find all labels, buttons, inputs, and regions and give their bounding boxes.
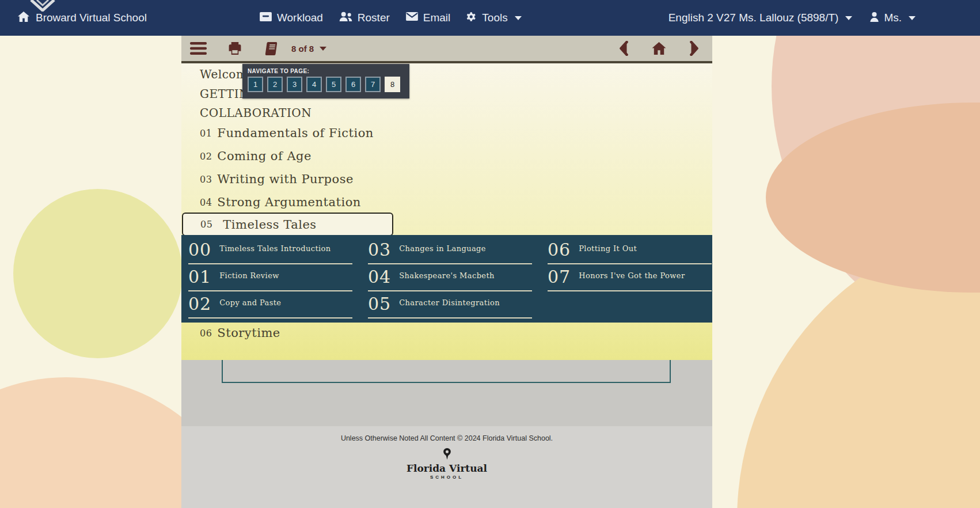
unit-05-lessons-submenu: 00 Timeless Tales Introduction 01 Fictio… [181, 235, 712, 323]
popup-label: NAVIGATE TO PAGE: [248, 68, 405, 74]
user-icon [869, 12, 879, 25]
map-pin-icon [443, 448, 451, 462]
page-button-3[interactable]: 3 [287, 77, 302, 92]
print-button[interactable] [227, 41, 242, 56]
lesson-item-07[interactable]: 07 Honors I've Got the Power [548, 264, 712, 291]
page-button-4[interactable]: 4 [306, 77, 322, 92]
navigate-to-page-popup: NAVIGATE TO PAGE: 1 2 3 4 5 6 7 8 [242, 64, 409, 98]
chevron-down-icon [515, 16, 522, 20]
course-home-button[interactable] [651, 41, 667, 55]
page-button-8-current[interactable]: 8 [385, 77, 400, 92]
top-navbar: Broward Virtual School Workload Roster E… [0, 0, 980, 36]
hamburger-icon [190, 42, 207, 55]
logo-text-line2: SCHOOL [430, 475, 464, 480]
copyright-text: Unless Otherwise Noted All Content © 202… [181, 434, 712, 442]
logo-text-line1: Florida Virtual [407, 462, 487, 474]
nav-label: Workload [277, 12, 323, 24]
book-icon [264, 41, 279, 56]
course-selector[interactable]: English 2 V27 Ms. Lallouz (5898/T) [668, 12, 853, 24]
submenu-column-1: 00 Timeless Tales Introduction 01 Fictio… [188, 237, 352, 323]
toc-section-collaboration[interactable]: COLLABORATION [200, 104, 312, 123]
lesson-item-00[interactable]: 00 Timeless Tales Introduction [188, 237, 352, 264]
page-indicator-label: 8 of 8 [291, 44, 314, 54]
page-button-7[interactable]: 7 [365, 77, 381, 92]
previous-page-button[interactable] [619, 41, 628, 56]
home-icon [651, 41, 667, 55]
page-footer: Unless Otherwise Noted All Content © 202… [181, 426, 712, 508]
toc-unit-04[interactable]: 04 Strong Argumentation [200, 191, 361, 214]
lesson-item-03[interactable]: 03 Changes in Language [368, 237, 532, 264]
toolbar-nav-group [619, 41, 699, 56]
chevron-down-icon [320, 47, 326, 51]
workload-icon [259, 12, 272, 25]
submenu-column-3: 06 Plotting It Out 07 Honors I've Got th… [548, 237, 712, 323]
diamond-decoration [30, 0, 55, 14]
navbar-right: English 2 V27 Ms. Lallouz (5898/T) Ms. [668, 12, 916, 25]
toc-unit-06[interactable]: 06 Storytime [200, 321, 280, 344]
submenu-column-2: 03 Changes in Language 04 Shakespeare's … [368, 237, 532, 323]
home-icon [17, 11, 30, 25]
lesson-item-04[interactable]: 04 Shakespeare's Macbeth [368, 264, 532, 291]
popup-page-buttons: 1 2 3 4 5 6 7 8 [248, 77, 405, 92]
bg-circle-yellow [13, 189, 183, 358]
page-button-1[interactable]: 1 [248, 77, 263, 92]
content-frame [222, 360, 671, 383]
course-selector-label: English 2 V27 Ms. Lallouz (5898/T) [668, 12, 839, 24]
nav-item-workload[interactable]: Workload [259, 12, 323, 25]
page-content-dimmed [181, 360, 712, 426]
page-button-6[interactable]: 6 [345, 77, 361, 92]
toc-unit-02[interactable]: 02 Coming of Age [200, 145, 312, 168]
user-menu-label: Ms. [884, 12, 902, 24]
chevron-down-icon [909, 16, 916, 20]
chevron-left-icon [619, 41, 628, 56]
toc-unit-01[interactable]: 01 Fundamentals of Fiction [200, 122, 374, 145]
chevron-down-icon [845, 16, 852, 20]
lesson-item-06[interactable]: 06 Plotting It Out [548, 237, 712, 264]
lesson-item-02[interactable]: 02 Copy and Paste [188, 291, 352, 319]
nav-label: Tools [482, 12, 507, 24]
nav-item-tools[interactable]: Tools [466, 11, 521, 25]
chevron-right-icon [690, 41, 699, 56]
nav-label: Email [423, 12, 451, 24]
nav-item-email[interactable]: Email [405, 12, 451, 24]
nav-label: Roster [358, 12, 390, 24]
content-column: 8 of 8 Welcome GETTING [181, 36, 712, 508]
page-selector[interactable]: 8 of 8 [291, 44, 326, 54]
page-button-2[interactable]: 2 [267, 77, 283, 92]
toc-unit-05-selected[interactable]: 05 Timeless Tales [182, 213, 393, 236]
page-button-5[interactable]: 5 [326, 77, 341, 92]
nav-item-roster[interactable]: Roster [339, 11, 390, 25]
lesson-item-01[interactable]: 01 Fiction Review [188, 264, 352, 291]
toc-unit-03[interactable]: 03 Writing with Purpose [200, 168, 354, 191]
email-icon [405, 12, 419, 24]
fvs-logo: Florida Virtual SCHOOL [181, 448, 712, 480]
main-nav: Workload Roster Email Tools [259, 11, 522, 25]
next-page-button[interactable] [690, 41, 699, 56]
lesson-item-05[interactable]: 05 Character Disintegration [368, 291, 532, 319]
tools-icon [466, 11, 477, 25]
glossary-button[interactable] [264, 41, 279, 56]
roster-icon [339, 11, 353, 25]
table-of-contents: Welcome GETTING COLLABORATION 01 Fundame… [181, 63, 712, 360]
printer-icon [227, 41, 242, 56]
lesson-toolbar: 8 of 8 [181, 36, 712, 63]
menu-button[interactable] [190, 42, 207, 55]
user-menu[interactable]: Ms. [869, 12, 916, 25]
